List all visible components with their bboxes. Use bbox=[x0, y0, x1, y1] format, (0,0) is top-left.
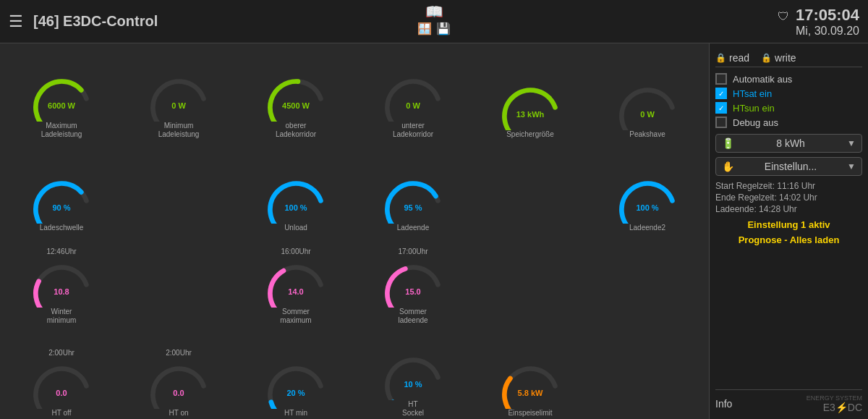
checkbox-label-htsat: HTsat ein bbox=[733, 88, 772, 99]
gauge-svg-wrapper-3-4: 5.8 kW bbox=[496, 357, 565, 409]
gauge-value-1-0: 90 % bbox=[27, 203, 96, 212]
write-label: write bbox=[775, 52, 796, 64]
read-label: read bbox=[729, 52, 749, 64]
gauge-row-3: 2:00Uhr0.0HT off2:00Uhr0.0HT on20 %HT mi… bbox=[3, 326, 706, 418]
battery-icon: 🔋 bbox=[722, 137, 734, 149]
gauge-item-2-2: 16:00Uhr14.0Sommer maximum bbox=[253, 247, 339, 325]
gauge-label-1-3: Ladeende bbox=[397, 224, 430, 232]
shield-icon: 🛡 bbox=[778, 10, 789, 23]
info-row: Info ENERGY SYSTEM E3⚡DC bbox=[715, 389, 862, 413]
gauge-value-2-2: 14.0 bbox=[262, 287, 331, 296]
header-time: 17:05:04 bbox=[796, 6, 859, 24]
gauge-label-1-0: Ladeschwelle bbox=[40, 224, 84, 232]
gauge-svg-wrapper-2-0: 10.8 bbox=[27, 255, 96, 308]
gauge-label-2-3: Sommer ladeende bbox=[398, 308, 427, 325]
gauge-svg-wrapper-1-0: 90 % bbox=[27, 172, 96, 224]
e3dc-brand: E3⚡DC bbox=[823, 402, 862, 413]
gauge-item-3-0: 2:00Uhr0.0HT off bbox=[19, 349, 104, 418]
gauge-svg-wrapper-0-4: 13 kWh bbox=[496, 78, 565, 130]
book-icon: 📖 bbox=[425, 3, 443, 20]
e3dc-logo: ENERGY SYSTEM E3⚡DC bbox=[807, 394, 862, 413]
gauge-item-3-3: 10 %HT Sockel bbox=[370, 348, 456, 418]
gauge-svg-wrapper-1-3: 95 % bbox=[379, 172, 448, 224]
dropdown-kwh-arrow: ▼ bbox=[847, 138, 856, 148]
dropdown-kwh[interactable]: 🔋 8 kWh ▼ bbox=[715, 134, 862, 153]
gauge-value-1-3: 95 % bbox=[379, 203, 448, 212]
gauge-label-3-1: HT on bbox=[169, 409, 188, 418]
menu-icon[interactable]: ☰ bbox=[9, 12, 23, 31]
checkbox-row-htsat[interactable]: HTsat ein bbox=[715, 86, 862, 101]
checkbox-label-debug: Debug aus bbox=[733, 117, 778, 128]
gauge-svg-wrapper-0-2: 4500 W bbox=[262, 69, 331, 122]
gauge-value-0-3: 0 W bbox=[379, 101, 448, 110]
gauge-item-1-3: 95 %Ladeende bbox=[370, 172, 456, 232]
gauge-time-3-1: 2:00Uhr bbox=[166, 349, 192, 357]
e3dc-energy-text: ENERGY SYSTEM bbox=[807, 394, 862, 402]
gauge-time-2-0: 12:46Uhr bbox=[46, 247, 76, 255]
gauge-svg-wrapper-0-3: 0 W bbox=[379, 69, 448, 122]
gauge-label-0-0: Maximum Ladeleistung bbox=[41, 122, 82, 139]
window-icon[interactable]: 🪟 bbox=[417, 22, 432, 35]
header-right: 🛡 17:05:04 Mi, 30.09.20 bbox=[778, 6, 859, 38]
gauge-label-3-3: HT Sockel bbox=[402, 400, 424, 418]
dropdown-einstellung[interactable]: ✋ Einstellun... ▼ bbox=[715, 157, 862, 176]
gauge-time-3-0: 2:00Uhr bbox=[48, 349, 75, 357]
info-lines-container: Start Regelzeit: 11:16 UhrEnde Regelzeit… bbox=[715, 180, 862, 215]
gauge-label-1-2: Unload bbox=[284, 224, 307, 232]
gauge-value-0-1: 0 W bbox=[145, 101, 213, 110]
gauge-label-3-2: HT min bbox=[284, 409, 307, 418]
gauge-value-1-2: 100 % bbox=[262, 203, 331, 212]
gauge-item-1-0: 90 %Ladeschwelle bbox=[19, 172, 104, 232]
checkbox-htsat[interactable] bbox=[715, 88, 727, 99]
checkbox-automatik[interactable] bbox=[715, 73, 727, 85]
gauge-item-3-2: 20 %HT min bbox=[253, 357, 339, 418]
gauge-value-3-1: 0.0 bbox=[145, 389, 213, 397]
dropdown-einstellung-arrow: ▼ bbox=[847, 161, 856, 172]
info-line-ladeende: Ladeende: 14:28 Uhr bbox=[715, 203, 862, 215]
gauge-item-0-4: 13 kWhSpeichergröße bbox=[488, 78, 573, 139]
gauge-value-3-2: 20 % bbox=[262, 389, 331, 397]
info-button[interactable]: Info bbox=[715, 398, 732, 410]
gauge-value-3-0: 0.0 bbox=[27, 389, 96, 397]
gauge-label-3-0: HT off bbox=[52, 409, 72, 418]
gauge-svg-wrapper-3-2: 20 % bbox=[262, 357, 331, 409]
checkbox-row-automatik[interactable]: Automatik aus bbox=[715, 72, 862, 86]
gauge-value-0-4: 13 kWh bbox=[496, 110, 565, 119]
gauge-time-2-3: 17:00Uhr bbox=[398, 247, 427, 255]
checkbox-row-debug[interactable]: Debug aus bbox=[715, 115, 862, 130]
gauge-value-0-2: 4500 W bbox=[262, 101, 331, 110]
gauge-value-2-3: 15.0 bbox=[379, 287, 448, 296]
checkbox-row-htsun[interactable]: HTsun ein bbox=[715, 101, 862, 115]
gauge-item-0-3: 0 Wunterer Ladekorridor bbox=[370, 69, 456, 139]
gauge-item-0-1: 0 WMinimum Ladeleistung bbox=[136, 69, 221, 139]
prognose: Prognose - Alles laden bbox=[715, 234, 862, 245]
gauge-label-0-3: unterer Ladekorridor bbox=[393, 122, 433, 139]
screenshot-icon[interactable]: 💾 bbox=[436, 22, 451, 35]
gauge-value-2-0: 10.8 bbox=[27, 287, 96, 296]
gauges-panel: 6000 WMaximum Ladeleistung0 WMinimum Lad… bbox=[0, 43, 709, 419]
gauge-value-0-0: 6000 W bbox=[27, 101, 96, 110]
gauge-label-0-4: Speichergröße bbox=[506, 130, 554, 139]
gauge-value-1-5: 100 % bbox=[613, 203, 682, 212]
checkbox-htsun[interactable] bbox=[715, 102, 727, 114]
gauge-item-1-5: 100 %Ladeende2 bbox=[605, 172, 690, 232]
info-line-ende_regelzeit: Ende Regelzeit: 14:02 Uhr bbox=[715, 192, 862, 203]
header-date: Mi, 30.09.20 bbox=[796, 25, 859, 37]
gauge-svg-wrapper-2-2: 14.0 bbox=[262, 255, 331, 308]
gauge-label-0-2: oberer Ladekorridor bbox=[276, 122, 316, 139]
gauge-label-2-2: Sommer maximum bbox=[280, 308, 311, 325]
gauge-svg-wrapper-0-1: 0 W bbox=[145, 69, 213, 122]
gauge-value-3-3: 10 % bbox=[379, 380, 448, 389]
gauge-svg-wrapper-0-0: 6000 W bbox=[27, 69, 96, 122]
gauge-svg-wrapper-1-2: 100 % bbox=[262, 172, 331, 224]
header: ☰ [46] E3DC-Control 📖 🪟 💾 🛡 17:05:04 Mi,… bbox=[0, 0, 868, 43]
dropdown-einstellung-label: Einstellun... bbox=[765, 161, 817, 172]
dropdown-kwh-label: 8 kWh bbox=[776, 137, 805, 149]
checkbox-debug[interactable] bbox=[715, 117, 727, 128]
gauge-svg-wrapper-2-3: 15.0 bbox=[379, 255, 448, 308]
gauge-svg-wrapper-3-0: 0.0 bbox=[27, 357, 96, 409]
lock-read-icon: 🔒 bbox=[715, 53, 726, 63]
read-item: 🔒 read bbox=[715, 52, 749, 64]
gauge-item-0-0: 6000 WMaximum Ladeleistung bbox=[19, 69, 104, 139]
gauge-row-2: 12:46Uhr10.8Winter minimum16:00Uhr14.0So… bbox=[3, 234, 706, 325]
